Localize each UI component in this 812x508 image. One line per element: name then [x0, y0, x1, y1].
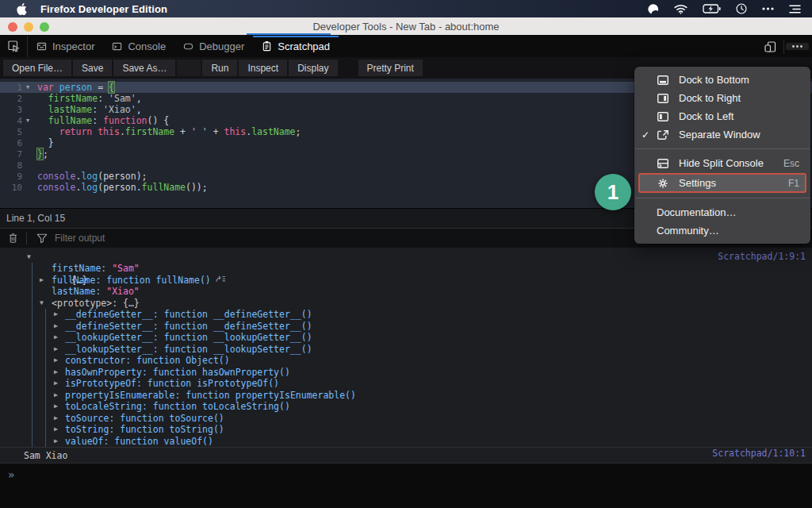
prop-name: __lookupGetter__: [65, 332, 164, 343]
status-app-icon[interactable] [647, 3, 659, 15]
expand-arrow-icon[interactable]: ▶ [54, 367, 58, 379]
display-button[interactable]: Display [289, 60, 337, 76]
clock-icon[interactable] [736, 3, 747, 14]
expand-arrow-icon[interactable]: ▶ [54, 355, 58, 367]
tab-label: Inspector [52, 40, 94, 52]
dock-bottom-icon [657, 75, 669, 86]
menubar-app-name[interactable]: Firefox Developer Edition [40, 3, 167, 15]
responsive-design-mode-icon[interactable] [757, 40, 784, 54]
list-menu-icon[interactable] [789, 5, 801, 13]
menu-separator [635, 198, 810, 198]
pretty-print-button[interactable]: Pretty Print [358, 60, 423, 76]
save-button[interactable]: Save [73, 60, 112, 76]
console-proto-row: ▶valueOf: function valueOf() [0, 436, 812, 448]
menu-item-hide-split-console[interactable]: Hide Split ConsoleEsc [634, 154, 810, 172]
apple-menu-icon[interactable] [17, 3, 27, 15]
code-text: console.log(person); [33, 171, 147, 182]
save-as-button[interactable]: Save As… [113, 60, 175, 76]
console-input[interactable]: » [0, 463, 812, 508]
console-proto-row: ▶__lookupGetter__: function __lookupGett… [0, 332, 812, 344]
jump-to-definition-icon[interactable] [216, 275, 226, 283]
proto-props: ▶__defineGetter__: function __defineGett… [0, 309, 812, 447]
code-token: ' ' [191, 126, 208, 137]
code-token [54, 82, 59, 93]
clear-output-button[interactable] [0, 233, 26, 244]
tab-inspector[interactable]: Inspector [28, 36, 103, 57]
expand-arrow-icon[interactable]: ▶ [54, 332, 58, 344]
more-status-icon[interactable] [762, 7, 774, 10]
menu-item-settings[interactable]: SettingsF1 [638, 173, 806, 193]
menu-item-dock-bottom[interactable]: Dock to Bottom [634, 71, 810, 89]
filter-icon [27, 233, 55, 244]
source-location-link[interactable]: Scratchpad/1:10:1 [712, 448, 806, 459]
expand-arrow-icon[interactable]: ▼ [40, 298, 44, 310]
tab-console[interactable]: Console [103, 36, 174, 57]
expand-arrow-icon[interactable]: ▶ [54, 390, 58, 402]
code-token: this [224, 126, 246, 137]
wifi-icon[interactable] [674, 4, 688, 14]
window-title: Developer Tools - New Tab - about:home [0, 21, 812, 33]
menu-item-separate-window[interactable]: ✓Separate Window [634, 125, 810, 144]
console-object-root[interactable]: ▼ {…} Scratchpad/1:9:1 [0, 251, 812, 263]
prop-value: "Sam" [112, 263, 140, 274]
code-token: firstName [125, 126, 174, 137]
console-prompt-icon: » [8, 468, 14, 481]
code-token: fullName [48, 115, 92, 126]
prop-name: constructor: [65, 355, 136, 366]
prop-value: function toSource() [120, 413, 224, 424]
expand-arrow-icon[interactable]: ▶ [54, 413, 58, 425]
collapse-arrow-icon[interactable]: ▼ [27, 251, 31, 263]
expand-arrow-icon[interactable]: ▶ [54, 424, 58, 436]
expand-arrow-icon[interactable]: ▶ [54, 344, 58, 356]
prop-value: "Xiao" [106, 286, 140, 297]
filter-output-input[interactable]: Filter output [55, 233, 105, 244]
prop-value: function valueOf() [114, 436, 213, 447]
expand-arrow-icon[interactable]: ▶ [40, 275, 44, 287]
code-token: : [92, 104, 103, 115]
menu-item-community[interactable]: Community… [634, 221, 810, 240]
menu-item-documentation[interactable]: Documentation… [634, 203, 810, 221]
code-token: } [37, 137, 54, 148]
fold-arrow-icon[interactable]: ▼ [22, 117, 33, 124]
code-text: lastName: 'Xiao', [33, 104, 142, 115]
code-token: person [103, 182, 136, 193]
run-button[interactable]: Run [202, 60, 237, 76]
expand-arrow-icon[interactable]: ▶ [54, 378, 58, 390]
code-token: person [103, 171, 136, 182]
line-number: 6 [0, 138, 22, 148]
expand-arrow-icon[interactable]: ▶ [54, 309, 58, 321]
console-proto-row: ▶hasOwnProperty: function hasOwnProperty… [0, 367, 812, 379]
tab-scratchpad[interactable]: Scratchpad [253, 36, 339, 57]
prop-value: function __lookupGetter__() [164, 332, 312, 343]
expand-arrow-icon[interactable]: ▶ [54, 321, 58, 333]
minimize-window-button[interactable] [24, 22, 33, 32]
battery-icon[interactable] [703, 4, 721, 13]
open-file-button[interactable]: Open File… [3, 60, 71, 76]
prop-name: toSource: [65, 413, 120, 424]
code-token: console [37, 171, 75, 182]
code-token: ; [296, 126, 301, 137]
expand-arrow-icon[interactable]: ▶ [54, 436, 58, 448]
fold-arrow-icon[interactable]: ▼ [22, 84, 33, 90]
line-number: 4 [0, 116, 22, 126]
menu-item-dock-left[interactable]: Dock to Left [634, 107, 810, 125]
menu-item-dock-right[interactable]: Dock to Right [634, 89, 810, 107]
menu-item-label: Hide Split Console [679, 157, 764, 169]
code-token: var [37, 82, 54, 93]
expand-arrow-icon[interactable]: ▶ [54, 401, 58, 413]
zoom-window-button[interactable] [40, 22, 49, 32]
console-proto-row: ▶isPrototypeOf: function isPrototypeOf() [0, 378, 812, 390]
source-location-link[interactable]: Scratchpad/1:9:1 [718, 251, 806, 263]
code-token: : [98, 93, 109, 104]
checkmark-icon: ✓ [642, 129, 649, 140]
pick-element-button[interactable] [0, 36, 28, 57]
menubar-status-area [647, 3, 812, 15]
code-token: ()); [186, 182, 208, 193]
close-window-button[interactable] [8, 22, 17, 32]
code-token: function [103, 115, 147, 126]
inspect-button[interactable]: Inspect [239, 60, 287, 76]
code-token: ); [136, 171, 147, 182]
console-proto-row: ▶__defineSetter__: function __defineSett… [0, 321, 812, 333]
tab-debugger[interactable]: Debugger [174, 36, 253, 57]
devtools-menu-button[interactable] [786, 43, 809, 50]
